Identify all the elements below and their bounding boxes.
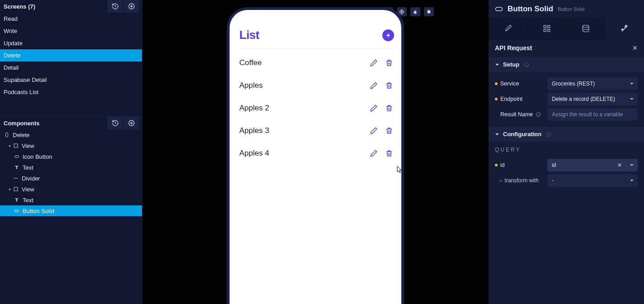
endpoint-label: Endpoint [500, 96, 522, 102]
tree-node-divider[interactable]: Divider [0, 173, 142, 184]
list-item[interactable]: Apples 3 [240, 119, 394, 142]
tree-label: Button Solid [23, 208, 54, 214]
screen-item[interactable]: Read [0, 13, 142, 25]
add-component-button[interactable] [123, 117, 139, 129]
configuration-header[interactable]: Configuration [489, 126, 644, 142]
tab-layout[interactable] [527, 18, 566, 39]
tree-label: Text [23, 164, 33, 171]
svg-rect-4 [15, 156, 19, 157]
screen-item[interactable]: Delete [0, 49, 142, 62]
setup-header[interactable]: Setup [489, 56, 644, 72]
list-item[interactable]: Coffee [240, 52, 394, 74]
transform-value: - [552, 177, 554, 184]
required-dot-icon [495, 98, 498, 100]
tree-label: View [22, 186, 34, 193]
pencil-icon[interactable] [370, 149, 378, 157]
trash-icon[interactable] [385, 81, 393, 90]
service-value: Groceries (REST) [552, 81, 595, 87]
endpoint-select[interactable]: Delete a record (DELETE) [547, 93, 638, 105]
screen-item[interactable]: Detail [0, 62, 142, 74]
screen-item[interactable]: Podcasts List [0, 86, 142, 98]
config-label: Configuration [503, 131, 541, 138]
tab-data[interactable] [567, 18, 606, 39]
text-icon [14, 197, 20, 203]
id-select[interactable]: id ✕ [547, 159, 638, 171]
query-label: QUERY [489, 142, 644, 154]
list-item-label: Apples 4 [240, 149, 269, 158]
angle-icon: » [499, 178, 502, 183]
canvas[interactable]: List Coffee Apples Apples 2 Apples 3 [142, 0, 488, 304]
tree-node-view-1[interactable]: ▾ View [0, 140, 142, 151]
trash-icon[interactable] [385, 59, 393, 67]
list-item-label: Apples [240, 81, 263, 90]
tree-node-view-2[interactable]: ▾ View [0, 184, 142, 195]
endpoint-value: Delete a record (DELETE) [552, 96, 615, 102]
screens-title: Screens (7) [3, 3, 35, 10]
divider-icon [13, 175, 19, 181]
svg-rect-6 [14, 187, 18, 191]
text-icon [14, 164, 20, 171]
tab-style[interactable] [489, 18, 527, 39]
screen-item[interactable]: Write [0, 25, 142, 37]
clear-id-button[interactable]: ✕ [617, 162, 622, 168]
globe-icon [399, 9, 404, 14]
pencil-icon[interactable] [370, 81, 378, 90]
list-item[interactable]: Apples 4 [240, 142, 394, 165]
svg-rect-3 [14, 144, 18, 147]
chevron-down-icon [630, 163, 634, 167]
svg-rect-10 [496, 7, 503, 11]
tab-actions[interactable] [606, 18, 644, 39]
pencil-icon[interactable] [370, 59, 378, 67]
screens-header: Screens (7) [0, 0, 142, 13]
history-icon [112, 3, 119, 10]
close-section-button[interactable]: ✕ [632, 44, 638, 52]
setup-label: Setup [503, 61, 519, 68]
layout-icon [542, 24, 551, 33]
screen-item[interactable]: Update [0, 37, 142, 49]
tree-node-text-1[interactable]: Text [0, 162, 142, 173]
result-name-input[interactable]: Assign the result to a variable [547, 108, 638, 121]
icon-button-icon [14, 153, 20, 160]
result-placeholder: Assign the result to a variable [552, 111, 623, 118]
transform-label: transform with [505, 177, 539, 184]
add-item-button[interactable] [382, 29, 394, 41]
tree-node-icon-button[interactable]: Icon Button [0, 151, 142, 162]
device-ios-button[interactable] [410, 7, 420, 16]
list-item[interactable]: Apples [240, 74, 394, 97]
screen-item[interactable]: Supabase Detail [0, 74, 142, 86]
chevron-down-icon [495, 62, 499, 67]
info-icon [524, 62, 529, 67]
add-screen-button[interactable] [123, 0, 139, 13]
svg-rect-7 [15, 210, 19, 212]
trash-icon[interactable] [385, 149, 393, 157]
plus-circle-icon [128, 3, 135, 10]
pencil-icon[interactable] [370, 127, 378, 135]
pencil-icon[interactable] [370, 104, 378, 112]
history-icon-button[interactable] [107, 0, 123, 13]
list-item-label: Coffee [240, 58, 262, 67]
tree-label: Divider [22, 175, 40, 182]
tree-node-delete[interactable]: Delete [0, 129, 142, 140]
component-name: Button Solid [508, 5, 553, 14]
section-title: API Request [495, 44, 532, 52]
components-header: Components [0, 117, 142, 129]
trash-icon[interactable] [385, 127, 393, 135]
tree-node-button-solid[interactable]: Button Solid [0, 205, 142, 216]
components-history-button[interactable] [107, 117, 123, 129]
trash-icon[interactable] [385, 104, 393, 112]
components-title: Components [3, 120, 39, 127]
svg-rect-11 [544, 25, 546, 28]
device-frame: List Coffee Apples Apples 2 Apples 3 [227, 7, 404, 304]
device-android-button[interactable] [424, 7, 434, 16]
service-select[interactable]: Groceries (REST) [547, 77, 638, 90]
tree-node-text-2[interactable]: Text [0, 195, 142, 205]
chevron-down-icon [495, 132, 499, 137]
caret-down-icon: ▾ [7, 143, 12, 148]
svg-rect-14 [548, 29, 550, 32]
component-sub: Button Solid [558, 6, 584, 12]
list-item[interactable]: Apples 2 [240, 97, 394, 119]
svg-point-15 [583, 25, 588, 28]
view-icon [13, 142, 19, 149]
transform-select[interactable]: - [547, 174, 638, 187]
tree-label: Text [23, 197, 33, 204]
